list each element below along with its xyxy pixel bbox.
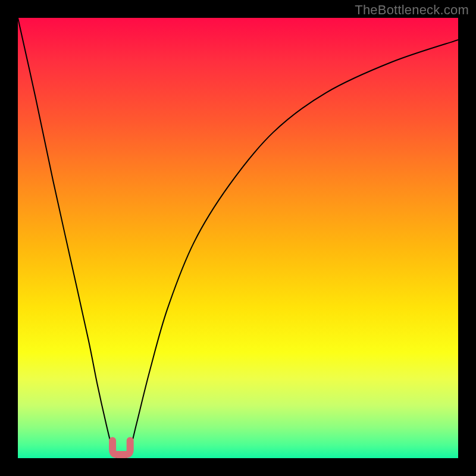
bottleneck-curve-svg bbox=[18, 18, 458, 458]
chart-frame: TheBottleneck.com bbox=[0, 0, 476, 476]
minimum-marker bbox=[112, 440, 130, 455]
plot-area bbox=[18, 18, 458, 458]
bottleneck-curve-path bbox=[18, 18, 458, 458]
watermark-text: TheBottleneck.com bbox=[355, 2, 469, 18]
